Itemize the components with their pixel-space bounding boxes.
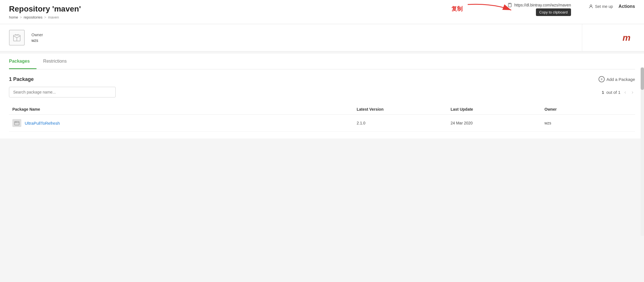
- breadcrumb-home[interactable]: home: [9, 15, 18, 19]
- breadcrumb-current: maven: [48, 15, 59, 19]
- svg-rect-5: [15, 121, 19, 125]
- packages-header: 1 Package + Add a Package: [9, 76, 635, 82]
- pkg-owner: wzs: [541, 115, 635, 132]
- table-row[interactable]: UltraPullToRefresh 2.1.0 24 Mar 2020 wzs: [9, 115, 635, 132]
- col-update-header: Last Update: [447, 104, 541, 115]
- annotation-text: 复制: [451, 5, 463, 13]
- repo-icon-box: [9, 30, 25, 46]
- annotation: 复制: [451, 2, 515, 16]
- tabs: Packages Restrictions: [9, 54, 635, 69]
- packages-section: 1 Package + Add a Package 1 out of 1 ‹ ›…: [9, 69, 635, 138]
- scrollbar-thumb[interactable]: [641, 67, 644, 90]
- set-me-up-label: Set me up: [595, 4, 613, 9]
- header-actions: Set me up Actions: [588, 4, 635, 9]
- owner-value: wzs: [31, 38, 43, 43]
- actions-button[interactable]: Actions: [618, 4, 635, 9]
- breadcrumb: home > repositories > maven: [9, 15, 635, 24]
- pkg-icon: [12, 119, 21, 127]
- out-of-label: out of 1: [606, 90, 620, 95]
- svg-point-0: [590, 5, 592, 6]
- breadcrumb-repositories[interactable]: repositories: [24, 15, 42, 19]
- actions-label: Actions: [618, 4, 635, 9]
- plus-circle-icon: +: [599, 76, 605, 82]
- pkg-name-cell[interactable]: UltraPullToRefresh: [9, 115, 353, 132]
- copy-tooltip: Copy to clipboard: [536, 8, 571, 16]
- pagination: 1 out of 1 ‹ ›: [602, 89, 635, 96]
- maven-logo: m: [623, 33, 631, 43]
- pagination-next-button[interactable]: ›: [630, 89, 635, 96]
- pkg-version: 2.1.0: [353, 115, 447, 132]
- package-count: 1 Package: [9, 76, 34, 82]
- tab-packages[interactable]: Packages: [9, 54, 36, 69]
- pkg-name-link[interactable]: UltraPullToRefresh: [25, 121, 60, 126]
- table-header-row: Package Name Latest Version Last Update …: [9, 104, 635, 115]
- breadcrumb-sep-2: >: [44, 15, 46, 19]
- scrollbar-track[interactable]: [641, 67, 644, 138]
- page-number: 1: [602, 90, 604, 95]
- package-table: Package Name Latest Version Last Update …: [9, 104, 635, 132]
- repo-url: https://dl.bintray.com/wzs/maven: [514, 3, 571, 7]
- add-package-button[interactable]: + Add a Package: [599, 76, 635, 82]
- red-arrow-svg: [465, 2, 515, 16]
- repo-details: Owner wzs: [31, 33, 43, 43]
- breadcrumb-sep-1: >: [20, 15, 22, 19]
- col-name-header: Package Name: [9, 104, 353, 115]
- repo-info-left: Owner wzs: [9, 30, 43, 46]
- tab-restrictions[interactable]: Restrictions: [43, 54, 74, 69]
- owner-label: Owner: [31, 33, 43, 37]
- person-icon: [588, 4, 593, 9]
- repo-info-card: Owner wzs m: [0, 24, 644, 51]
- search-pagination-row: 1 out of 1 ‹ ›: [9, 87, 635, 97]
- search-input[interactable]: [9, 87, 116, 97]
- add-package-label: Add a Package: [606, 77, 635, 82]
- package-icon: [12, 33, 22, 43]
- col-owner-header: Owner: [541, 104, 635, 115]
- col-version-header: Latest Version: [353, 104, 447, 115]
- main-content: Packages Restrictions 1 Package + Add a …: [0, 54, 644, 138]
- pagination-prev-button[interactable]: ‹: [623, 89, 628, 96]
- pkg-last-update: 24 Mar 2020: [447, 115, 541, 132]
- set-me-up-button[interactable]: Set me up: [588, 4, 613, 9]
- vertical-divider: [582, 24, 582, 51]
- url-bar[interactable]: https://dl.bintray.com/wzs/maven: [508, 3, 571, 7]
- page-header: Repository 'maven' home > repositories >…: [0, 0, 644, 24]
